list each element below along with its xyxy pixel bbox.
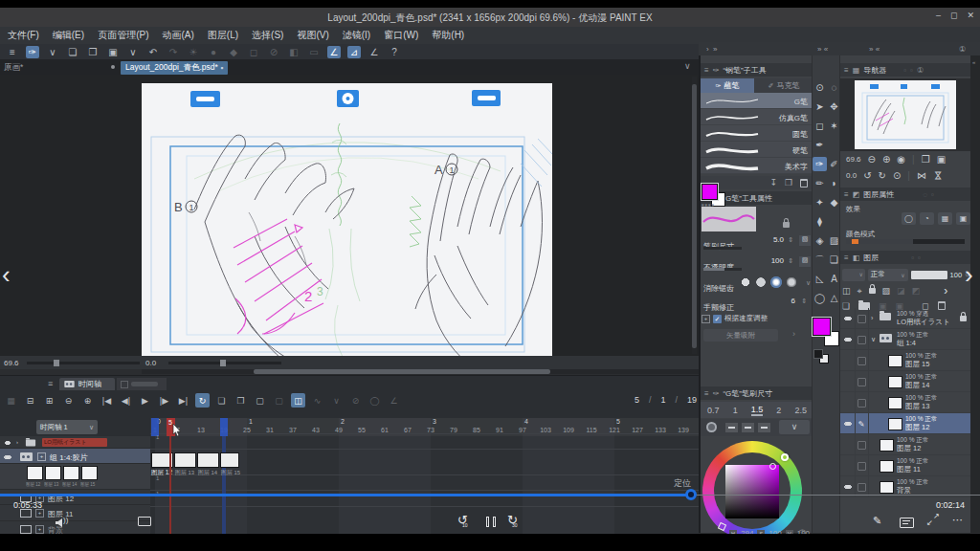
- tool-text-icon[interactable]: A: [827, 272, 841, 286]
- screen-tone-icon[interactable]: ▦: [938, 212, 952, 225]
- navigator-header[interactable]: ≡▦导航器 ▫ ▫ ①: [840, 63, 970, 77]
- layer-row[interactable]: 100 % 正常图层 12: [840, 434, 970, 455]
- trash-icon[interactable]: [800, 179, 808, 187]
- preset-icon[interactable]: [758, 423, 770, 432]
- tl-edit-timeline-icon[interactable]: ⊘: [348, 393, 363, 408]
- checkbox-checked-icon[interactable]: ✓: [713, 315, 722, 323]
- menu-item-7[interactable]: 滤镜(I): [343, 29, 370, 42]
- eye-cell[interactable]: [840, 413, 856, 434]
- stepper-icon[interactable]: ⇕: [801, 298, 807, 305]
- brush-item[interactable]: 圆笔: [701, 125, 813, 142]
- main-color-swatch[interactable]: [702, 184, 718, 200]
- import-icon[interactable]: ↧: [769, 178, 777, 187]
- hue-selector-icon[interactable]: [781, 453, 789, 461]
- color-mode-slider[interactable]: [846, 239, 965, 244]
- tool-balloon-icon[interactable]: ◯: [813, 291, 827, 305]
- special-blend-dropdown[interactable]: ∨: [842, 269, 865, 281]
- layer-row[interactable]: ∨100 % 正常组 1:4: [840, 329, 970, 350]
- player-prev-arrow-icon[interactable]: ‹: [2, 260, 11, 290]
- tl-loop-play-icon[interactable]: ↻: [195, 393, 210, 408]
- dock-collapse-icon-2[interactable]: » «: [869, 45, 880, 54]
- menu-item-2[interactable]: 页面管理(P): [98, 29, 148, 42]
- chevron-right-icon[interactable]: ›: [792, 329, 795, 339]
- navigator-view[interactable]: [840, 78, 970, 151]
- dim-icon[interactable]: ◌: [923, 190, 927, 199]
- expand-plus-icon[interactable]: +: [35, 525, 44, 534]
- tab-dip-pen[interactable]: ✑蘸笔: [701, 78, 754, 93]
- tl-onion-skin-icon[interactable]: ◫: [291, 393, 305, 408]
- expand-arrow-icon[interactable]: ∨: [871, 336, 876, 343]
- check-cell[interactable]: [855, 329, 869, 350]
- pause-button[interactable]: [485, 517, 497, 528]
- layer-row[interactable]: 100 % 正常图层 13: [840, 392, 970, 413]
- opacity-dynamics-icon[interactable]: ▨: [799, 256, 811, 267]
- stepper-icon[interactable]: ⇕: [788, 257, 793, 265]
- check-cell[interactable]: [855, 392, 869, 413]
- tab-marker[interactable]: ✐马克笔: [754, 78, 813, 93]
- panel-overflow-chevron-icon[interactable]: ›: [944, 284, 947, 298]
- tool-main-color-swatch[interactable]: [813, 318, 831, 336]
- track-anim-row[interactable]: +组 1:4:胶片: [0, 449, 150, 464]
- tool-eyedropper-icon[interactable]: ✒: [813, 138, 827, 152]
- tl-sound-icon[interactable]: ∿: [310, 393, 324, 408]
- redo-icon[interactable]: ↷: [167, 46, 180, 58]
- tool-gradient-icon[interactable]: ▨: [827, 233, 841, 248]
- timeline-cel[interactable]: [197, 452, 219, 468]
- brush-item[interactable]: G笔: [701, 93, 813, 109]
- actual-size-icon[interactable]: ▣: [937, 154, 946, 165]
- tool-dropdown-icon[interactable]: ∨: [46, 46, 59, 58]
- open-file-icon[interactable]: ❐: [86, 46, 100, 58]
- color-wheel[interactable]: [702, 441, 802, 540]
- reference-layer-icon[interactable]: ⌖: [858, 286, 862, 297]
- vector-snap-button[interactable]: 矢量吸附: [703, 329, 778, 342]
- new-canvas-icon[interactable]: ❏: [66, 46, 79, 58]
- tab-close-icon[interactable]: ▪: [220, 63, 223, 73]
- eye-cell[interactable]: [840, 371, 856, 392]
- frame-icon[interactable]: ◻: [247, 46, 260, 58]
- layer-property-header[interactable]: ≡◩图层属性 ◌ ▫: [840, 187, 970, 201]
- player-progress-handle[interactable]: [685, 489, 697, 500]
- select-area-icon[interactable]: ▭: [307, 46, 321, 58]
- check-cell[interactable]: [855, 350, 869, 371]
- tool-eraser-icon[interactable]: ◆: [827, 195, 841, 209]
- tool-frame-border-icon[interactable]: ❏: [827, 253, 841, 267]
- antialias-weak-icon[interactable]: [755, 276, 767, 288]
- menu-item-1[interactable]: 编辑(E): [53, 29, 84, 42]
- layer-row[interactable]: ›100 % 穿透LO用纸イラスト: [840, 308, 970, 329]
- tl-loop-range-icon[interactable]: ◯: [368, 393, 382, 408]
- menu-item-9[interactable]: 帮助(H): [432, 29, 464, 42]
- expand-arrow-icon[interactable]: ›: [16, 439, 18, 445]
- close-icon[interactable]: ✕: [967, 11, 974, 20]
- tool-pen-icon[interactable]: ✑: [813, 157, 827, 171]
- preset-icon[interactable]: [725, 423, 738, 432]
- tool-figure-icon[interactable]: ◺: [813, 272, 827, 286]
- timeline-menu-icon[interactable]: ≡: [48, 379, 53, 388]
- check-cell[interactable]: [855, 371, 869, 392]
- layer-row[interactable]: 100 % 正常图层 11: [840, 455, 970, 476]
- menu-item-5[interactable]: 选择(S): [252, 29, 283, 42]
- tl-zoom-in-icon[interactable]: ⊕: [80, 393, 95, 408]
- player-next-arrow-icon[interactable]: ›: [965, 260, 973, 290]
- tl-dropdown-icon[interactable]: ∨: [329, 393, 344, 408]
- tab-timeline-secondary[interactable]: [117, 378, 167, 390]
- tl-cel-settings-icon[interactable]: ▢: [253, 393, 267, 408]
- menu-item-3[interactable]: 动画(A): [162, 29, 193, 42]
- tone-icon[interactable]: ●: [207, 46, 220, 58]
- maximize-icon[interactable]: ◻: [950, 11, 957, 20]
- main-menu-icon[interactable]: ≡: [6, 46, 19, 58]
- brush-size-value[interactable]: 5.0: [773, 235, 784, 244]
- tab-inactive-document[interactable]: 原画*: [4, 61, 23, 75]
- canvas-vscrollbar[interactable]: [692, 77, 697, 354]
- display-icon[interactable]: [138, 517, 151, 526]
- rotate-cw-icon[interactable]: ↻: [879, 170, 886, 181]
- preview-lock-icon[interactable]: [783, 222, 790, 228]
- duplicate-icon[interactable]: ❐: [785, 178, 792, 187]
- brush-item[interactable]: 美术字: [701, 158, 813, 174]
- tl-go-first-icon[interactable]: |◀: [100, 393, 114, 408]
- player-notes-icon[interactable]: [900, 518, 914, 528]
- save-icon[interactable]: ▣: [106, 46, 120, 58]
- layers-panel-header[interactable]: ≡◧图层 ▫ ▫: [840, 251, 970, 264]
- tool-rotate-canvas-icon[interactable]: ◌: [827, 80, 841, 95]
- tool-blend-icon[interactable]: ⧫: [813, 214, 827, 229]
- tool-move-icon[interactable]: ✥: [827, 99, 841, 114]
